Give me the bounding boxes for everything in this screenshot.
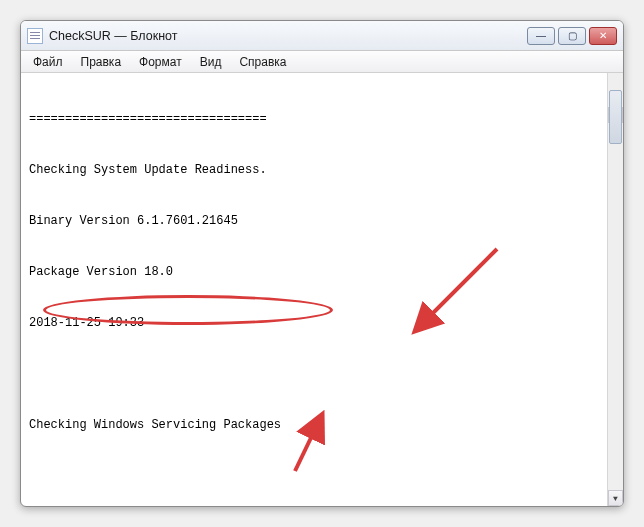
menu-help[interactable]: Справка <box>231 53 294 71</box>
menu-file[interactable]: Файл <box>25 53 71 71</box>
window-title: CheckSUR — Блокнот <box>49 29 527 43</box>
text-line: Binary Version 6.1.7601.21645 <box>27 213 623 230</box>
text-line: 2018-11-25 19:33 <box>27 315 623 332</box>
text-line <box>27 468 623 485</box>
text-line: Package Version 18.0 <box>27 264 623 281</box>
notepad-icon <box>27 28 43 44</box>
vertical-scrollbar[interactable]: ▲ ▼ <box>607 73 623 506</box>
text-line: ================================= <box>27 111 623 128</box>
menu-edit[interactable]: Правка <box>73 53 130 71</box>
titlebar[interactable]: CheckSUR — Блокнот — ▢ ✕ <box>21 21 623 51</box>
scroll-down-icon[interactable]: ▼ <box>608 490 623 506</box>
close-button[interactable]: ✕ <box>589 27 617 45</box>
window-controls: — ▢ ✕ <box>527 27 617 45</box>
text-line <box>27 366 623 383</box>
menubar: Файл Правка Формат Вид Справка <box>21 51 623 73</box>
scroll-thumb[interactable] <box>609 90 622 144</box>
text-line: Checking Windows Servicing Packages <box>27 417 623 434</box>
minimize-button[interactable]: — <box>527 27 555 45</box>
scroll-track[interactable] <box>608 90 623 489</box>
text-area[interactable]: ================================= Checki… <box>21 73 623 506</box>
text-line: Checking System Update Readiness. <box>27 162 623 179</box>
menu-view[interactable]: Вид <box>192 53 230 71</box>
notepad-window: CheckSUR — Блокнот — ▢ ✕ Файл Правка Фор… <box>20 20 624 507</box>
maximize-button[interactable]: ▢ <box>558 27 586 45</box>
menu-format[interactable]: Формат <box>131 53 190 71</box>
